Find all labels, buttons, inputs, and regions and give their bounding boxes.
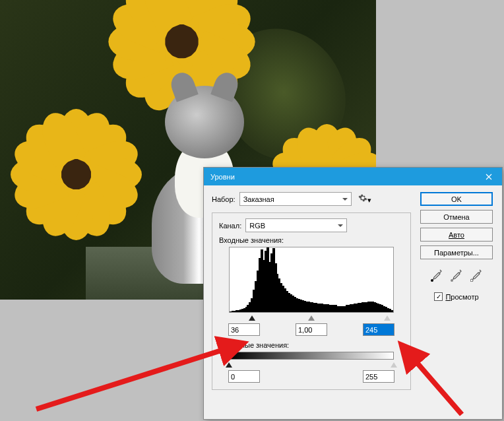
- svg-point-0: [431, 279, 433, 282]
- options-button[interactable]: Параметры...: [420, 245, 493, 259]
- input-levels-label: Входные значения:: [219, 236, 404, 244]
- input-black-field[interactable]: 36: [228, 323, 260, 336]
- sunflower: [20, 125, 132, 238]
- svg-point-1: [451, 279, 453, 282]
- output-black-slider[interactable]: [226, 359, 232, 368]
- preset-value: Заказная: [243, 195, 274, 203]
- preview-checkbox-row[interactable]: ✓ Просмотр: [434, 292, 478, 301]
- ok-button[interactable]: OK: [420, 192, 493, 206]
- close-button[interactable]: [476, 168, 502, 185]
- gear-icon[interactable]: [358, 193, 367, 205]
- output-black-field[interactable]: 0: [228, 370, 260, 383]
- output-slider-track[interactable]: [229, 360, 394, 366]
- preset-select[interactable]: Заказная: [239, 192, 352, 206]
- output-levels-label: Выходные значения:: [219, 341, 404, 349]
- input-white-field[interactable]: 245: [363, 323, 394, 336]
- channel-label: Канал:: [219, 222, 241, 230]
- channel-value: RGB: [249, 222, 265, 230]
- output-white-field[interactable]: 255: [363, 370, 394, 383]
- output-gradient: [229, 352, 394, 360]
- titlebar[interactable]: Уровни: [204, 168, 502, 185]
- preview-checkbox[interactable]: ✓: [434, 292, 443, 301]
- svg-point-2: [470, 279, 473, 282]
- preview-label: Просмотр: [445, 293, 478, 301]
- black-eyedropper-icon[interactable]: [431, 269, 443, 282]
- gray-eyedropper-icon[interactable]: [451, 269, 462, 282]
- histogram: [229, 247, 394, 313]
- channel-select[interactable]: RGB: [245, 218, 347, 232]
- input-slider-track[interactable]: [229, 313, 394, 319]
- input-gamma-field[interactable]: 1,00: [296, 323, 327, 336]
- eyedropper-group: [431, 269, 482, 282]
- levels-dialog: Уровни Набор: Заказная ▾ Канал: RGB: [203, 167, 503, 420]
- black-point-slider[interactable]: [249, 312, 255, 321]
- output-white-slider[interactable]: [391, 359, 397, 368]
- preset-label: Набор:: [212, 195, 236, 203]
- auto-button[interactable]: Авто: [420, 228, 493, 242]
- white-point-slider[interactable]: [384, 312, 391, 321]
- midtone-slider[interactable]: [308, 312, 315, 321]
- cancel-button[interactable]: Отмена: [420, 210, 493, 224]
- dropdown-arrow-icon: ▾: [367, 196, 371, 205]
- white-eyedropper-icon[interactable]: [470, 269, 482, 282]
- dialog-title: Уровни: [210, 173, 476, 181]
